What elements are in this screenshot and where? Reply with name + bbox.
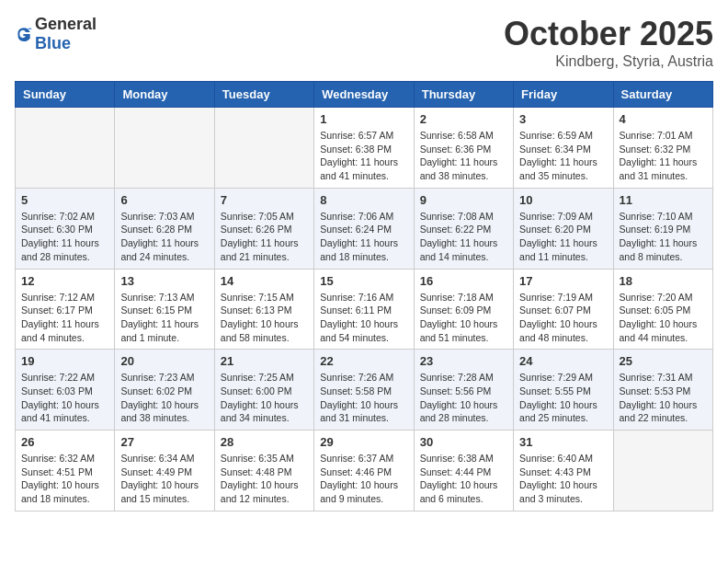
calendar-day-cell: 9Sunrise: 7:08 AM Sunset: 6:22 PM Daylig…	[414, 188, 513, 269]
weekday-header-saturday: Saturday	[613, 82, 712, 108]
day-info: Sunrise: 6:40 AM Sunset: 4:43 PM Dayligh…	[519, 452, 607, 506]
weekday-header-thursday: Thursday	[414, 82, 513, 108]
calendar-day-cell: 16Sunrise: 7:18 AM Sunset: 6:09 PM Dayli…	[414, 269, 513, 350]
calendar-day-cell: 26Sunrise: 6:32 AM Sunset: 4:51 PM Dayli…	[16, 431, 115, 511]
location-subtitle: Kindberg, Styria, Austria	[504, 53, 713, 70]
day-info: Sunrise: 7:13 AM Sunset: 6:15 PM Dayligh…	[120, 291, 208, 345]
day-info: Sunrise: 6:59 AM Sunset: 6:34 PM Dayligh…	[519, 129, 607, 183]
calendar-day-cell: 4Sunrise: 7:01 AM Sunset: 6:32 PM Daylig…	[613, 108, 712, 189]
month-title: October 2025	[504, 15, 713, 53]
day-number: 30	[420, 435, 507, 449]
calendar-day-cell	[214, 108, 313, 189]
calendar-table: SundayMondayTuesdayWednesdayThursdayFrid…	[15, 81, 713, 511]
day-info: Sunrise: 7:16 AM Sunset: 6:11 PM Dayligh…	[320, 291, 407, 345]
day-info: Sunrise: 7:29 AM Sunset: 5:55 PM Dayligh…	[519, 371, 607, 425]
day-number: 20	[120, 354, 208, 368]
day-info: Sunrise: 7:05 AM Sunset: 6:26 PM Dayligh…	[221, 210, 308, 264]
calendar-day-cell: 8Sunrise: 7:06 AM Sunset: 6:24 PM Daylig…	[314, 188, 414, 269]
day-info: Sunrise: 7:09 AM Sunset: 6:20 PM Dayligh…	[519, 210, 607, 264]
day-info: Sunrise: 7:03 AM Sunset: 6:28 PM Dayligh…	[120, 210, 208, 264]
day-number: 5	[21, 193, 108, 207]
calendar-day-cell: 17Sunrise: 7:19 AM Sunset: 6:07 PM Dayli…	[514, 269, 613, 350]
day-number: 16	[420, 274, 507, 288]
day-number: 19	[21, 354, 108, 368]
day-info: Sunrise: 6:34 AM Sunset: 4:49 PM Dayligh…	[120, 452, 208, 506]
calendar-day-cell: 19Sunrise: 7:22 AM Sunset: 6:03 PM Dayli…	[16, 350, 115, 431]
day-number: 2	[420, 112, 507, 126]
logo: General Blue	[15, 15, 97, 53]
calendar-day-cell	[16, 108, 115, 189]
day-info: Sunrise: 6:57 AM Sunset: 6:38 PM Dayligh…	[320, 129, 407, 183]
weekday-header-monday: Monday	[115, 82, 214, 108]
calendar-week-row: 5Sunrise: 7:02 AM Sunset: 6:30 PM Daylig…	[16, 188, 713, 269]
day-info: Sunrise: 6:38 AM Sunset: 4:44 PM Dayligh…	[420, 452, 507, 506]
day-info: Sunrise: 7:22 AM Sunset: 6:03 PM Dayligh…	[21, 371, 108, 425]
weekday-header-sunday: Sunday	[16, 82, 115, 108]
day-number: 1	[320, 112, 407, 126]
day-info: Sunrise: 7:06 AM Sunset: 6:24 PM Dayligh…	[320, 210, 407, 264]
day-info: Sunrise: 7:18 AM Sunset: 6:09 PM Dayligh…	[420, 291, 507, 345]
calendar-day-cell: 21Sunrise: 7:25 AM Sunset: 6:00 PM Dayli…	[214, 350, 313, 431]
calendar-day-cell: 29Sunrise: 6:37 AM Sunset: 4:46 PM Dayli…	[314, 431, 414, 511]
calendar-day-cell: 23Sunrise: 7:28 AM Sunset: 5:56 PM Dayli…	[414, 350, 513, 431]
calendar-day-cell: 25Sunrise: 7:31 AM Sunset: 5:53 PM Dayli…	[613, 350, 712, 431]
weekday-header-friday: Friday	[514, 82, 613, 108]
day-info: Sunrise: 7:23 AM Sunset: 6:02 PM Dayligh…	[120, 371, 208, 425]
day-number: 21	[221, 354, 308, 368]
day-info: Sunrise: 7:15 AM Sunset: 6:13 PM Dayligh…	[221, 291, 308, 345]
calendar-day-cell: 10Sunrise: 7:09 AM Sunset: 6:20 PM Dayli…	[514, 188, 613, 269]
day-info: Sunrise: 7:10 AM Sunset: 6:19 PM Dayligh…	[620, 210, 707, 264]
calendar-day-cell	[613, 431, 712, 511]
calendar-day-cell: 20Sunrise: 7:23 AM Sunset: 6:02 PM Dayli…	[115, 350, 214, 431]
calendar-day-cell: 18Sunrise: 7:20 AM Sunset: 6:05 PM Dayli…	[613, 269, 712, 350]
day-info: Sunrise: 7:20 AM Sunset: 6:05 PM Dayligh…	[620, 291, 707, 345]
day-number: 22	[320, 354, 407, 368]
title-block: October 2025 Kindberg, Styria, Austria	[504, 15, 713, 70]
day-info: Sunrise: 7:19 AM Sunset: 6:07 PM Dayligh…	[519, 291, 607, 345]
calendar-day-cell: 6Sunrise: 7:03 AM Sunset: 6:28 PM Daylig…	[115, 188, 214, 269]
day-info: Sunrise: 7:08 AM Sunset: 6:22 PM Dayligh…	[420, 210, 507, 264]
logo-blue-text: Blue	[35, 34, 97, 53]
calendar-week-row: 12Sunrise: 7:12 AM Sunset: 6:17 PM Dayli…	[16, 269, 713, 350]
calendar-day-cell: 31Sunrise: 6:40 AM Sunset: 4:43 PM Dayli…	[514, 431, 613, 511]
day-number: 9	[420, 193, 507, 207]
calendar-day-cell: 27Sunrise: 6:34 AM Sunset: 4:49 PM Dayli…	[115, 431, 214, 511]
day-number: 15	[320, 274, 407, 288]
day-info: Sunrise: 7:01 AM Sunset: 6:32 PM Dayligh…	[620, 129, 707, 183]
day-info: Sunrise: 6:58 AM Sunset: 6:36 PM Dayligh…	[420, 129, 507, 183]
calendar-day-cell: 15Sunrise: 7:16 AM Sunset: 6:11 PM Dayli…	[314, 269, 414, 350]
calendar-day-cell: 7Sunrise: 7:05 AM Sunset: 6:26 PM Daylig…	[214, 188, 313, 269]
day-number: 24	[519, 354, 607, 368]
day-number: 11	[620, 193, 707, 207]
calendar-day-cell: 11Sunrise: 7:10 AM Sunset: 6:19 PM Dayli…	[613, 188, 712, 269]
weekday-header-row: SundayMondayTuesdayWednesdayThursdayFrid…	[16, 82, 713, 108]
calendar-week-row: 26Sunrise: 6:32 AM Sunset: 4:51 PM Dayli…	[16, 431, 713, 511]
calendar-day-cell: 5Sunrise: 7:02 AM Sunset: 6:30 PM Daylig…	[16, 188, 115, 269]
day-info: Sunrise: 7:02 AM Sunset: 6:30 PM Dayligh…	[21, 210, 108, 264]
day-number: 17	[519, 274, 607, 288]
day-number: 26	[21, 435, 108, 449]
day-info: Sunrise: 6:35 AM Sunset: 4:48 PM Dayligh…	[221, 452, 308, 506]
day-number: 28	[221, 435, 308, 449]
day-info: Sunrise: 6:37 AM Sunset: 4:46 PM Dayligh…	[320, 452, 407, 506]
calendar-day-cell: 30Sunrise: 6:38 AM Sunset: 4:44 PM Dayli…	[414, 431, 513, 511]
calendar-day-cell: 14Sunrise: 7:15 AM Sunset: 6:13 PM Dayli…	[214, 269, 313, 350]
day-number: 25	[620, 354, 707, 368]
day-info: Sunrise: 7:25 AM Sunset: 6:00 PM Dayligh…	[221, 371, 308, 425]
day-number: 7	[221, 193, 308, 207]
day-number: 3	[519, 112, 607, 126]
calendar-day-cell: 24Sunrise: 7:29 AM Sunset: 5:55 PM Dayli…	[514, 350, 613, 431]
day-number: 23	[420, 354, 507, 368]
day-number: 8	[320, 193, 407, 207]
calendar-day-cell: 28Sunrise: 6:35 AM Sunset: 4:48 PM Dayli…	[214, 431, 313, 511]
day-number: 29	[320, 435, 407, 449]
day-info: Sunrise: 7:12 AM Sunset: 6:17 PM Dayligh…	[21, 291, 108, 345]
day-number: 27	[120, 435, 208, 449]
day-info: Sunrise: 7:26 AM Sunset: 5:58 PM Dayligh…	[320, 371, 407, 425]
weekday-header-wednesday: Wednesday	[314, 82, 414, 108]
day-number: 14	[221, 274, 308, 288]
day-number: 18	[620, 274, 707, 288]
calendar-day-cell: 1Sunrise: 6:57 AM Sunset: 6:38 PM Daylig…	[314, 108, 414, 189]
day-info: Sunrise: 6:32 AM Sunset: 4:51 PM Dayligh…	[21, 452, 108, 506]
calendar-day-cell	[115, 108, 214, 189]
